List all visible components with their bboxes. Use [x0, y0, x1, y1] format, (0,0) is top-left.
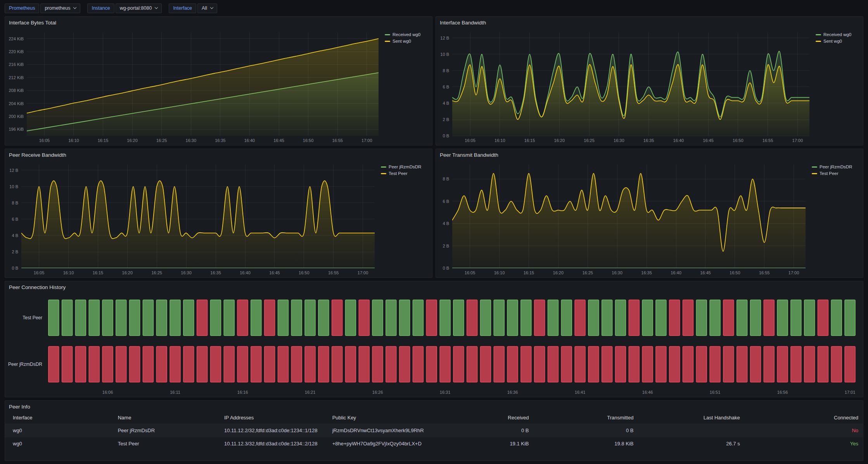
- column-header-public-key[interactable]: Public Key: [328, 412, 440, 424]
- variable-dropdown-instance[interactable]: wg-portal:8080: [116, 3, 162, 13]
- status-bar[interactable]: [548, 346, 558, 382]
- chart-canvas[interactable]: 196 KiB200 KiB204 KiB208 KiB212 KiB216 K…: [5, 28, 432, 145]
- status-bar[interactable]: [48, 300, 59, 336]
- status-bar[interactable]: [156, 346, 167, 382]
- status-bar[interactable]: [251, 346, 261, 382]
- status-bar[interactable]: [426, 346, 437, 382]
- status-bar[interactable]: [561, 346, 572, 382]
- legend-item-label[interactable]: Sent wg0: [823, 39, 842, 43]
- status-bar[interactable]: [386, 300, 396, 336]
- status-bar[interactable]: [62, 300, 73, 336]
- status-bar[interactable]: [345, 346, 356, 382]
- status-bar[interactable]: [210, 346, 221, 382]
- chart-canvas[interactable]: 0 B2 B4 B6 B8 B10 B12 B16:0516:1016:1516…: [5, 160, 432, 277]
- status-bar[interactable]: [237, 300, 248, 336]
- status-bar[interactable]: [507, 346, 518, 382]
- status-bar[interactable]: [831, 346, 842, 382]
- status-bar[interactable]: [265, 300, 275, 336]
- chart-canvas[interactable]: 0 B2 B4 B6 B8 B10 B12 B16:0516:1016:1516…: [436, 28, 863, 145]
- status-bar[interactable]: [62, 346, 73, 382]
- status-bar[interactable]: [737, 300, 747, 336]
- status-bar[interactable]: [143, 300, 153, 336]
- status-bar[interactable]: [183, 300, 194, 336]
- panel-title[interactable]: Peer Info: [5, 401, 863, 412]
- status-bar[interactable]: [602, 300, 612, 336]
- status-bar[interactable]: [75, 300, 86, 336]
- status-bar[interactable]: [534, 300, 545, 336]
- status-bar[interactable]: [291, 346, 302, 382]
- status-bar[interactable]: [629, 346, 639, 382]
- status-bar[interactable]: [332, 300, 342, 336]
- status-bar[interactable]: [737, 346, 747, 382]
- column-header-transmitted[interactable]: Transmitted: [534, 412, 638, 424]
- status-bar[interactable]: [467, 346, 477, 382]
- status-bar[interactable]: [642, 346, 653, 382]
- status-bar[interactable]: [345, 300, 356, 336]
- status-bar[interactable]: [669, 346, 680, 382]
- status-bar[interactable]: [440, 346, 450, 382]
- status-bar[interactable]: [521, 346, 531, 382]
- status-bar[interactable]: [588, 346, 599, 382]
- status-bar[interactable]: [602, 346, 612, 382]
- legend-marker[interactable]: [381, 173, 386, 174]
- legend-item-label[interactable]: Received wg0: [393, 32, 420, 37]
- status-bar[interactable]: [75, 346, 86, 382]
- status-bar[interactable]: [89, 346, 99, 382]
- status-bar[interactable]: [791, 346, 801, 382]
- status-bar[interactable]: [615, 346, 626, 382]
- status-bar[interactable]: [224, 346, 234, 382]
- column-header-interface[interactable]: Interface: [5, 412, 113, 424]
- status-bar[interactable]: [683, 346, 693, 382]
- status-bar[interactable]: [305, 300, 315, 336]
- status-bar[interactable]: [453, 300, 464, 336]
- status-bar[interactable]: [494, 300, 504, 336]
- status-bar[interactable]: [791, 300, 801, 336]
- status-bar[interactable]: [818, 346, 828, 382]
- status-bar[interactable]: [413, 346, 423, 382]
- status-bar[interactable]: [399, 346, 410, 382]
- status-bar[interactable]: [197, 300, 207, 336]
- status-bar[interactable]: [764, 346, 774, 382]
- status-bar[interactable]: [237, 346, 248, 382]
- status-bar[interactable]: [440, 300, 450, 336]
- legend-marker[interactable]: [816, 41, 821, 42]
- chart-body[interactable]: 0 B2 B4 B6 B8 B16:0516:1016:1516:2016:25…: [436, 160, 863, 277]
- column-header-name[interactable]: Name: [113, 412, 220, 424]
- status-bar[interactable]: [723, 346, 734, 382]
- legend-item-label[interactable]: Test Peer: [389, 171, 408, 176]
- variable-dropdown-interface[interactable]: All: [197, 3, 217, 13]
- status-bar[interactable]: [426, 300, 437, 336]
- status-bar[interactable]: [305, 346, 315, 382]
- status-bar[interactable]: [750, 300, 761, 336]
- status-bar[interactable]: [696, 346, 707, 382]
- status-bar[interactable]: [615, 300, 626, 336]
- status-bar[interactable]: [818, 300, 828, 336]
- legend-marker[interactable]: [385, 34, 390, 35]
- status-bar[interactable]: [318, 346, 329, 382]
- status-bar[interactable]: [480, 346, 491, 382]
- history-canvas[interactable]: Test PeerPeer jRzmDsDR16:0616:1116:1616:…: [5, 292, 863, 397]
- status-bar[interactable]: [831, 300, 842, 336]
- status-bar[interactable]: [224, 300, 234, 336]
- status-bar[interactable]: [534, 346, 545, 382]
- status-bar[interactable]: [48, 346, 59, 382]
- status-bar[interactable]: [210, 300, 221, 336]
- status-bar[interactable]: [183, 346, 194, 382]
- variable-dropdown-prometheus[interactable]: prometheus: [40, 3, 80, 13]
- status-bar[interactable]: [372, 300, 383, 336]
- status-bar[interactable]: [467, 300, 477, 336]
- status-bar[interactable]: [845, 346, 855, 382]
- legend-item-label[interactable]: Peer jRzmDsDR: [820, 164, 852, 169]
- status-bar[interactable]: [575, 346, 585, 382]
- column-header-last-handshake[interactable]: Last Handshake: [638, 412, 744, 424]
- status-bar[interactable]: [332, 346, 342, 382]
- status-bar[interactable]: [804, 346, 815, 382]
- status-bar[interactable]: [102, 300, 113, 336]
- status-bar[interactable]: [170, 300, 180, 336]
- status-bar[interactable]: [507, 300, 518, 336]
- status-bar[interactable]: [278, 300, 288, 336]
- status-bar[interactable]: [318, 300, 329, 336]
- status-bar[interactable]: [548, 300, 558, 336]
- status-bar[interactable]: [130, 300, 140, 336]
- legend-marker[interactable]: [816, 34, 821, 35]
